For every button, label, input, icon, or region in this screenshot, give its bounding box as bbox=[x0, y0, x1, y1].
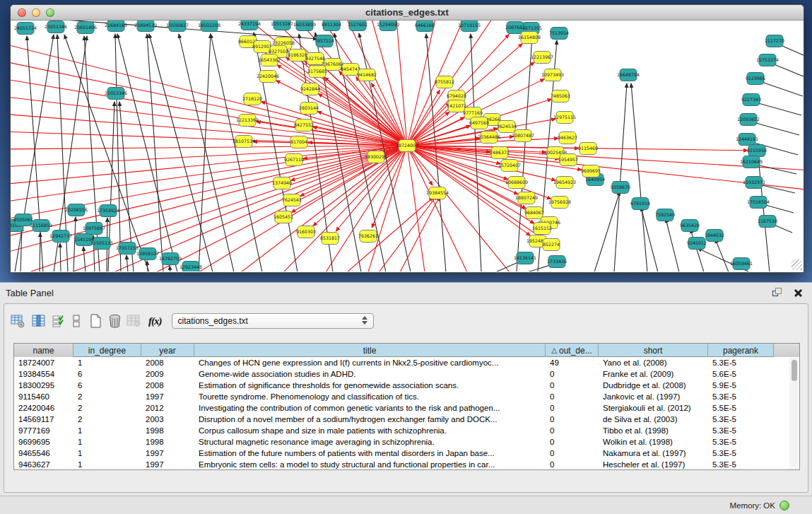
graph-node[interactable]: 1117270 bbox=[765, 35, 784, 47]
graph-node[interactable]: 14136141 bbox=[514, 252, 536, 264]
graph-node[interactable]: 1733426 bbox=[547, 256, 567, 268]
cell-short[interactable]: Yano et al. (2008) bbox=[599, 357, 708, 368]
graph-node[interactable]: 9635428 bbox=[680, 220, 700, 232]
table-row[interactable]: 1456911722003Disruption of a novel membe… bbox=[14, 414, 799, 425]
table-row[interactable]: 1938455462009Genome-wide association stu… bbox=[14, 368, 799, 380]
cell-out_de[interactable]: 0 bbox=[546, 380, 599, 391]
cell-name[interactable]: 14569117 bbox=[14, 414, 73, 425]
cell-in_degree[interactable]: 1 bbox=[73, 425, 141, 436]
cell-out_de[interactable]: 0 bbox=[546, 368, 599, 380]
graph-node[interactable]: 6791918 bbox=[630, 198, 650, 210]
graph-node[interactable]: 8531817 bbox=[320, 233, 340, 245]
graph-node[interactable]: 12975115 bbox=[553, 112, 576, 124]
column-header-name[interactable]: name bbox=[14, 344, 73, 357]
cell-in_degree[interactable]: 6 bbox=[73, 368, 141, 380]
graph-node[interactable]: 17016504 bbox=[747, 197, 770, 209]
graph-node[interactable]: 9358670 bbox=[611, 182, 630, 194]
cell-name[interactable]: 22420046 bbox=[14, 402, 73, 414]
graph-node[interactable]: 2718120 bbox=[242, 93, 262, 105]
graph-node[interactable]: 10975887 bbox=[83, 223, 105, 235]
cell-title[interactable]: Estimation of the future numbers of pati… bbox=[194, 448, 546, 459]
network-graph[interactable]: 2405572423051346206914062168418023894539… bbox=[11, 21, 804, 271]
column-header-pagerank[interactable]: pagerank bbox=[708, 344, 774, 357]
graph-node[interactable]: 1605451 bbox=[273, 211, 293, 223]
cell-title[interactable]: Embryonic stem cells: a model to study s… bbox=[194, 459, 546, 470]
network-window[interactable]: citations_edges.txt 24055724230513462069… bbox=[10, 4, 804, 273]
column-visibility-icon[interactable] bbox=[31, 312, 47, 330]
cell-pagerank[interactable]: 5.3E-5 bbox=[708, 436, 774, 448]
graph-node[interactable]: 9129966 bbox=[746, 73, 765, 85]
graph-node[interactable]: 1167530 bbox=[758, 216, 777, 228]
graph-node[interactable]: 12213967 bbox=[531, 52, 553, 64]
cell-out_de[interactable]: 0 bbox=[546, 402, 599, 414]
function-builder-icon[interactable]: f(x) bbox=[148, 312, 162, 330]
cell-pagerank[interactable]: 5.3E-5 bbox=[708, 414, 774, 425]
graph-node[interactable]: 10719155 bbox=[458, 21, 481, 32]
cell-year[interactable]: 1997 bbox=[141, 448, 194, 459]
cell-name[interactable]: 9115460 bbox=[14, 391, 73, 402]
graph-node[interactable]: 7485063 bbox=[551, 90, 570, 103]
cell-name[interactable]: 9699695 bbox=[14, 436, 73, 448]
graph-node[interactable]: 15720407 bbox=[498, 160, 521, 172]
float-panel-icon[interactable] bbox=[771, 287, 784, 298]
cell-name[interactable]: 9465546 bbox=[14, 448, 73, 459]
graph-node[interactable]: 12213369 bbox=[236, 115, 259, 127]
cell-year[interactable]: 2012 bbox=[141, 402, 194, 414]
graph-node[interactable]: 16059461 bbox=[730, 258, 753, 270]
cell-title[interactable]: Estimation of significance thresholds fo… bbox=[194, 380, 546, 391]
graph-node[interactable]: 12505135 bbox=[90, 238, 113, 250]
cell-title[interactable]: Corpus callosum shape and size in male p… bbox=[194, 425, 546, 436]
cell-pagerank[interactable]: 5.5E-5 bbox=[708, 402, 774, 414]
cell-out_de[interactable]: 49 bbox=[546, 357, 599, 368]
window-titlebar[interactable]: citations_edges.txt bbox=[11, 5, 804, 21]
graph-node[interactable]: 10590827 bbox=[166, 21, 189, 32]
cell-title[interactable]: Changes of HCN gene expression and I(f) … bbox=[194, 357, 546, 368]
cell-out_de[interactable]: 0 bbox=[546, 391, 599, 402]
graph-node[interactable]: 8811304 bbox=[322, 21, 341, 31]
graph-node[interactable]: 7486372 bbox=[490, 147, 510, 159]
cell-pagerank[interactable]: 5.3E-5 bbox=[708, 391, 774, 402]
scrollbar-thumb[interactable] bbox=[792, 360, 797, 381]
graph-node[interactable]: 817004 bbox=[290, 136, 307, 148]
graph-node[interactable]: 16543362 bbox=[258, 54, 281, 66]
graph-node[interactable]: 9267110 bbox=[284, 154, 304, 166]
graph-node[interactable]: 16210643 bbox=[740, 156, 763, 168]
graph-node[interactable]: 9463627 bbox=[558, 132, 577, 144]
cell-name[interactable]: 19384554 bbox=[14, 368, 73, 380]
graph-node[interactable]: 12093852 bbox=[737, 114, 760, 126]
graph-node[interactable]: 1615152 bbox=[532, 223, 552, 235]
column-header-in_degree[interactable]: in_degree bbox=[73, 344, 141, 357]
cell-in_degree[interactable]: 2 bbox=[73, 414, 141, 425]
graph-node[interactable]: 18107534 bbox=[233, 136, 255, 148]
graph-node[interactable]: 16648794 bbox=[617, 69, 640, 81]
graph-node[interactable]: 7592549 bbox=[655, 209, 675, 221]
network-canvas[interactable]: 2405572423051346206914062168418023894539… bbox=[11, 21, 804, 271]
table-row[interactable]: 911546021997Tourette syndrome. Phenomeno… bbox=[14, 391, 799, 402]
graph-node[interactable]: 9699695 bbox=[581, 165, 601, 177]
cell-year[interactable]: 1997 bbox=[141, 391, 194, 402]
cell-year[interactable]: 2008 bbox=[141, 357, 194, 368]
table-row[interactable]: 1872400712008Changes of HCN gene express… bbox=[14, 357, 799, 368]
graph-node[interactable]: 24337194 bbox=[238, 21, 261, 30]
cell-short[interactable]: Nakamura et al. (1997) bbox=[599, 448, 708, 459]
graph-node[interactable]: 20206556 bbox=[65, 204, 88, 216]
cell-out_de[interactable]: 0 bbox=[546, 425, 599, 436]
graph-node[interactable]: 1844032 bbox=[705, 230, 724, 242]
cell-short[interactable]: Wolkin et al. (1998) bbox=[599, 436, 708, 448]
cell-short[interactable]: Jankovic et al. (1997) bbox=[599, 391, 708, 402]
vertical-scrollbar[interactable] bbox=[789, 358, 799, 469]
cell-title[interactable]: Structural magnetic resonance image aver… bbox=[194, 436, 546, 448]
graph-node[interactable]: 12942737 bbox=[49, 230, 72, 243]
graph-node[interactable]: 1374940 bbox=[272, 177, 292, 189]
graph-node[interactable]: 9160303 bbox=[296, 226, 316, 238]
cell-name[interactable]: 9777169 bbox=[14, 425, 73, 436]
cell-short[interactable]: Hescheler et al. (1997) bbox=[599, 459, 708, 470]
graph-node[interactable]: 8427552 bbox=[294, 119, 314, 132]
graph-node[interactable]: 15751074 bbox=[756, 54, 779, 66]
cell-title[interactable]: Genome-wide association studies in ADHD. bbox=[194, 368, 546, 380]
graph-node[interactable]: 9115460 bbox=[578, 143, 598, 155]
graph-node[interactable]: 17359924 bbox=[97, 205, 119, 217]
graph-node[interactable]: 23051346 bbox=[45, 21, 67, 33]
cell-out_de[interactable]: 0 bbox=[546, 436, 599, 448]
cell-pagerank[interactable]: 5.3E-5 bbox=[708, 425, 774, 436]
